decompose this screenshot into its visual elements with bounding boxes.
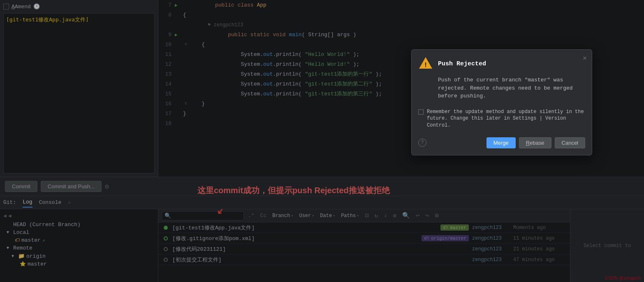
warning-triangle-svg: ! (418, 55, 433, 70)
cancel-button[interactable]: Cancel (555, 137, 585, 148)
svg-text:!: ! (424, 62, 428, 69)
rebase-button[interactable]: Rebase (519, 137, 551, 148)
help-button[interactable]: ? (418, 139, 426, 147)
modal-title: Push Rejected (438, 60, 486, 67)
modal-checkbox-row: Remember the update method and update si… (412, 105, 592, 134)
remember-checkbox-label: Remember the update method and update si… (427, 109, 585, 129)
modal-header: ! Push Rejected ✕ (412, 50, 592, 74)
push-rejected-modal: ! Push Rejected ✕ Push of the current br… (411, 49, 592, 155)
modal-close-button[interactable]: ✕ (583, 54, 587, 62)
remember-checkbox[interactable] (418, 109, 424, 115)
modal-body: Push of the current branch "master" was … (412, 74, 592, 105)
warning-icon: ! (418, 56, 433, 71)
merge-button[interactable]: Merge (486, 137, 516, 148)
modal-footer: ? Merge Rebase Cancel (412, 134, 592, 155)
